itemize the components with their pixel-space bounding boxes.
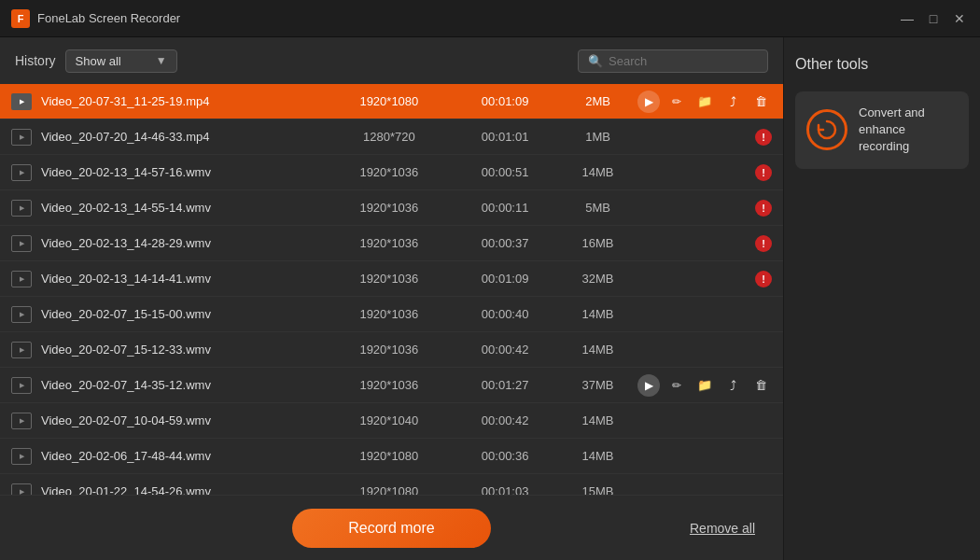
maximize-button[interactable]: □ — [924, 9, 943, 28]
file-resolution: 1920*1036 — [331, 236, 447, 250]
file-duration: 00:01:03 — [447, 484, 563, 495]
open-folder-button[interactable]: 📁 — [693, 91, 716, 113]
file-resolution: 1920*1040 — [331, 413, 447, 427]
share-button[interactable]: ⤴ — [721, 91, 744, 113]
play-button[interactable]: ▶ — [637, 374, 660, 397]
error-badge: ! — [755, 271, 772, 287]
table-row[interactable]: Video_20-02-13_14-14-41.wmv1920*103600:0… — [0, 261, 783, 297]
table-row[interactable]: Video_20-02-13_14-28-29.wmv1920*103600:0… — [0, 226, 783, 261]
file-type-icon — [11, 129, 32, 146]
bottom-bar: Record more Remove all — [0, 495, 783, 560]
file-resolution: 1920*1036 — [331, 272, 447, 286]
history-label: History — [15, 53, 56, 68]
error-badge: ! — [755, 200, 772, 217]
filter-dropdown[interactable]: Show all ▼ — [65, 49, 177, 73]
file-actions: ▶✏📁⤴🗑 — [633, 91, 772, 113]
file-name: Video_20-02-07_15-12-33.wmv — [41, 343, 331, 357]
file-duration: 00:01:27 — [447, 378, 563, 392]
error-badge: ! — [755, 235, 772, 252]
file-name: Video_20-01-22_14-54-26.wmv — [41, 484, 331, 495]
file-resolution: 1920*1080 — [331, 449, 447, 463]
file-actions: ! — [633, 129, 772, 146]
file-size: 37MB — [563, 378, 633, 392]
file-size: 14MB — [563, 413, 633, 427]
file-duration: 00:00:11 — [447, 201, 563, 215]
close-button[interactable]: ✕ — [950, 9, 969, 28]
file-resolution: 1920*1036 — [331, 307, 447, 321]
app-icon: F — [11, 9, 30, 28]
file-actions: ! — [633, 271, 772, 287]
app-title: FoneLab Screen Recorder — [37, 11, 180, 25]
file-duration: 00:01:09 — [447, 272, 563, 286]
file-type-icon — [11, 377, 32, 394]
file-type-icon — [11, 93, 32, 110]
file-name: Video_20-02-06_17-48-44.wmv — [41, 449, 331, 463]
open-folder-button[interactable]: 📁 — [693, 374, 716, 397]
table-row[interactable]: Video_20-01-22_14-54-26.wmv1920*108000:0… — [0, 474, 783, 495]
delete-button[interactable]: 🗑 — [749, 374, 772, 397]
table-row[interactable]: Video_20-02-13_14-57-16.wmv1920*103600:0… — [0, 155, 783, 190]
file-size: 15MB — [563, 484, 633, 495]
file-name: Video_20-02-07_10-04-59.wmv — [41, 413, 331, 427]
tool-card[interactable]: Convert and enhance recording — [795, 91, 969, 169]
table-row[interactable]: Video_20-02-07_10-04-59.wmv1920*104000:0… — [0, 403, 783, 439]
file-resolution: 1920*1080 — [331, 94, 447, 108]
file-size: 1MB — [563, 130, 633, 144]
table-row[interactable]: Video_20-07-20_14-46-33.mp41280*72000:01… — [0, 119, 783, 155]
table-row[interactable]: Video_20-07-31_11-25-19.mp41920*108000:0… — [0, 84, 783, 119]
file-duration: 00:00:37 — [447, 236, 563, 250]
chevron-down-icon: ▼ — [156, 54, 167, 67]
file-duration: 00:01:09 — [447, 94, 563, 108]
file-resolution: 1920*1036 — [331, 378, 447, 392]
file-type-icon — [11, 235, 32, 252]
file-type-icon — [11, 271, 32, 287]
minimize-button[interactable]: — — [898, 9, 917, 28]
remove-all-button[interactable]: Remove all — [690, 521, 755, 536]
file-name: Video_20-02-13_14-55-14.wmv — [41, 201, 331, 215]
delete-button[interactable]: 🗑 — [749, 91, 772, 113]
file-resolution: 1920*1036 — [331, 201, 447, 215]
right-panel: Other tools Convert and enhance recordin… — [784, 37, 980, 560]
table-row[interactable]: Video_20-02-06_17-48-44.wmv1920*108000:0… — [0, 439, 783, 474]
play-button[interactable]: ▶ — [637, 91, 660, 113]
convert-icon — [806, 109, 847, 150]
table-row[interactable]: Video_20-02-07_14-35-12.wmv1920*103600:0… — [0, 368, 783, 403]
file-name: Video_20-02-07_14-35-12.wmv — [41, 378, 331, 392]
search-icon: 🔍 — [588, 54, 603, 68]
record-more-button[interactable]: Record more — [292, 509, 490, 548]
file-actions: ! — [633, 235, 772, 252]
file-name: Video_20-07-31_11-25-19.mp4 — [41, 94, 331, 108]
window-controls: — □ ✕ — [898, 9, 969, 28]
file-type-icon — [11, 413, 32, 429]
other-tools-title: Other tools — [795, 56, 969, 73]
file-name: Video_20-02-13_14-28-29.wmv — [41, 236, 331, 250]
table-row[interactable]: Video_20-02-13_14-55-14.wmv1920*103600:0… — [0, 190, 783, 226]
file-duration: 00:00:51 — [447, 165, 563, 179]
file-resolution: 1280*720 — [331, 130, 447, 144]
search-input[interactable] — [609, 54, 758, 68]
file-type-icon — [11, 342, 32, 358]
file-duration: 00:00:40 — [447, 307, 563, 321]
search-box: 🔍 — [578, 49, 768, 73]
error-badge: ! — [755, 129, 772, 146]
edit-button[interactable]: ✏ — [665, 374, 688, 397]
history-section: History Show all ▼ — [15, 49, 177, 73]
table-row[interactable]: Video_20-02-07_15-12-33.wmv1920*103600:0… — [0, 332, 783, 368]
file-size: 16MB — [563, 236, 633, 250]
file-resolution: 1920*1080 — [331, 484, 447, 495]
share-button[interactable]: ⤴ — [721, 374, 744, 397]
table-row[interactable]: Video_20-02-07_15-15-00.wmv1920*103600:0… — [0, 297, 783, 332]
edit-button[interactable]: ✏ — [665, 91, 688, 113]
file-duration: 00:00:42 — [447, 343, 563, 357]
tool-card-label: Convert and enhance recording — [859, 105, 958, 156]
file-type-icon — [11, 483, 32, 496]
file-size: 14MB — [563, 449, 633, 463]
toolbar: History Show all ▼ 🔍 — [0, 37, 783, 84]
file-name: Video_20-02-13_14-14-41.wmv — [41, 272, 331, 286]
file-actions: ! — [633, 164, 772, 181]
title-bar-left: F FoneLab Screen Recorder — [11, 9, 180, 28]
tool-cards: Convert and enhance recording — [795, 91, 969, 169]
file-name: Video_20-02-13_14-57-16.wmv — [41, 165, 331, 179]
file-type-icon — [11, 448, 32, 465]
file-size: 14MB — [563, 343, 633, 357]
